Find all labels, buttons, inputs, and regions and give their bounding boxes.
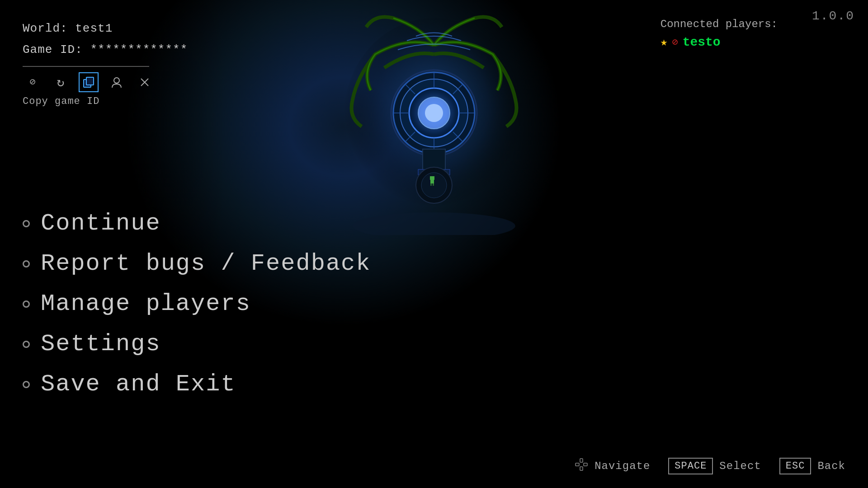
player-entry: ★ ⊘ testo [660, 35, 778, 49]
svg-rect-31 [576, 463, 579, 466]
ban-icon: ⊘ [672, 36, 678, 48]
star-icon: ★ [660, 35, 668, 49]
toolbar: ⊘ ↻ [23, 72, 188, 92]
esc-key-badge: ESC [779, 458, 811, 474]
player-icon[interactable] [107, 72, 127, 92]
menu-item-feedback[interactable]: Report bugs / Feedback [23, 250, 371, 277]
bullet-feedback [23, 260, 30, 267]
svg-rect-32 [584, 463, 587, 466]
svg-rect-29 [580, 459, 583, 462]
svg-rect-30 [580, 467, 583, 470]
connected-players-panel: Connected players: ★ ⊘ testo [660, 18, 778, 49]
wrench-icon[interactable] [135, 72, 155, 92]
bullet-save-exit [23, 381, 30, 388]
navigate-icon [575, 458, 588, 474]
toolbar-active-label: Copy game ID [23, 96, 188, 107]
bottom-controls: Navigate SPACE Select ESC Back [575, 458, 845, 474]
space-key-badge: SPACE [668, 458, 713, 474]
edit-icon[interactable]: ⊘ [23, 72, 42, 92]
menu-item-manage-players[interactable]: Manage players [23, 291, 371, 317]
menu-label-save-exit: Save and Exit [41, 371, 236, 398]
navigate-label: Navigate [594, 460, 650, 472]
menu-item-continue[interactable]: Continue [23, 210, 371, 237]
menu-label-settings: Settings [41, 331, 161, 357]
menu-item-save-exit[interactable]: Save and Exit [23, 371, 371, 398]
svg-point-23 [353, 212, 515, 235]
select-label: Select [719, 460, 761, 472]
center-scene [339, 9, 529, 235]
menu-label-manage-players: Manage players [41, 291, 251, 317]
menu-label-feedback: Report bugs / Feedback [41, 250, 371, 277]
back-control: ESC Back [779, 458, 845, 474]
menu-item-settings[interactable]: Settings [23, 331, 371, 357]
svg-rect-21 [430, 183, 432, 186]
bullet-manage-players [23, 300, 30, 308]
world-label: World: test1 [23, 18, 188, 39]
divider [23, 66, 149, 67]
copy-id-icon[interactable] [79, 72, 99, 92]
svg-rect-20 [430, 176, 434, 180]
svg-point-5 [425, 104, 443, 122]
refresh-icon[interactable]: ↻ [51, 72, 71, 92]
game-id-label: Game ID: ************* [23, 39, 188, 61]
back-label: Back [817, 460, 845, 472]
connected-players-label: Connected players: [660, 18, 778, 30]
top-left-panel: World: test1 Game ID: ************* ⊘ ↻ [23, 18, 188, 107]
main-menu: Continue Report bugs / Feedback Manage p… [23, 210, 371, 398]
navigate-control: Navigate [575, 458, 650, 474]
svg-rect-25 [86, 77, 94, 85]
version-label: 1.0.0 [812, 9, 854, 23]
bullet-settings [23, 341, 30, 348]
select-control: SPACE Select [668, 458, 761, 474]
svg-rect-22 [433, 183, 434, 186]
bullet-continue [23, 220, 30, 227]
player-name: testo [683, 35, 721, 49]
svg-point-26 [114, 78, 119, 83]
menu-label-continue: Continue [41, 210, 161, 237]
